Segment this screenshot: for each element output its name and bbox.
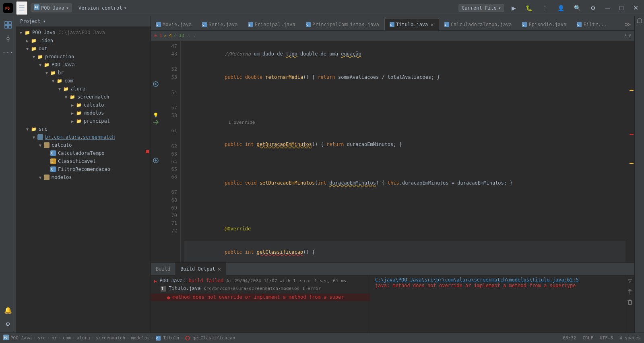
- warning-scroll-marker-2: [630, 163, 634, 164]
- settings-button[interactable]: ⚙: [588, 4, 598, 12]
- tree-calculo-src[interactable]: ▼ calculo: [16, 141, 151, 149]
- tab-titulo-close[interactable]: ×: [430, 22, 433, 27]
- tab-principal[interactable]: C Principal.java: [243, 18, 301, 30]
- build-output-close[interactable]: ×: [218, 266, 221, 272]
- run-button[interactable]: ▶: [509, 4, 518, 12]
- implement-gutter-icon[interactable]: [153, 81, 159, 88]
- build-scroll-button[interactable]: [626, 288, 634, 296]
- tree-principal-out[interactable]: ▶ 📁 principal: [16, 117, 151, 125]
- build-item-1-content: POO Java: build failed At 29/04/2024 11:…: [159, 278, 367, 283]
- more-tools-button[interactable]: ···: [2, 47, 14, 58]
- tree-calculo-out[interactable]: ▶ 📁 calculo: [16, 101, 151, 109]
- tab-titulo[interactable]: C Titulo.java ×: [384, 18, 439, 30]
- idea-arrow: ▶: [24, 37, 31, 44]
- tab-overflow-button[interactable]: ≫: [621, 18, 634, 30]
- bulb-icon[interactable]: 💡: [153, 113, 159, 118]
- code-line-empty1: [184, 89, 625, 97]
- minimize-button[interactable]: ─: [603, 4, 612, 12]
- project-panel-arrow: ▾: [43, 18, 46, 24]
- build-filter-button[interactable]: [626, 277, 634, 285]
- scroll-down-icon[interactable]: ∨: [628, 33, 631, 38]
- calculo-out-arrow: ▶: [69, 102, 76, 108]
- tree-out[interactable]: ▼ 📁 out: [16, 45, 151, 53]
- code-line-47: //Retorna um dado de tipo double de uma …: [184, 43, 625, 66]
- build-trash-button[interactable]: [626, 298, 634, 306]
- build-left-panel: ▶ POO Java: build failed At 29/04/2024 1…: [151, 275, 370, 333]
- calculo-src-arrow: ▼: [37, 142, 43, 148]
- vcs-selector[interactable]: Version control ▾: [75, 4, 130, 12]
- charset[interactable]: UTF-8: [600, 335, 613, 341]
- more-button[interactable]: ⋮: [540, 4, 550, 12]
- tab-serie[interactable]: C Serie.java: [197, 18, 243, 30]
- project-panel: Project ▾ ▼ 📁 POO Java C:\java\POO Java …: [16, 16, 151, 333]
- indent[interactable]: 4 spaces: [619, 335, 641, 341]
- commit-tool-button[interactable]: [2, 33, 14, 44]
- tree-root[interactable]: ▼ 📁 POO Java C:\java\POO Java: [16, 29, 151, 37]
- tree-package[interactable]: ▼ br.com.alura.screenmatch: [16, 133, 151, 141]
- build-file-link[interactable]: C:\java\POO Java\src\br\com\alura\screen…: [375, 277, 579, 283]
- run-config-label: Current File: [462, 5, 497, 11]
- scroll-up-icon[interactable]: ∧: [624, 33, 627, 38]
- tree-idea[interactable]: ▶ 📁 .idea: [16, 37, 151, 45]
- code-content[interactable]: //Retorna um dado de tipo double de uma …: [181, 41, 629, 262]
- bc-br[interactable]: br: [52, 335, 57, 341]
- com-arrow: ▼: [50, 78, 56, 84]
- bc-screenmatch[interactable]: screenmatch: [96, 335, 125, 341]
- tab-filtro[interactable]: C Filtr...: [572, 18, 612, 30]
- search-button[interactable]: 🔍: [572, 4, 583, 12]
- cursor-position[interactable]: 63:32: [563, 335, 576, 341]
- project-icon: PO: [34, 4, 39, 11]
- bottom-tab-bar: Build Build Output ×: [151, 263, 634, 275]
- gutter-57: [151, 88, 161, 96]
- modelos-out-label: modelos: [84, 110, 104, 116]
- bottom-tab-build[interactable]: Build: [151, 263, 175, 275]
- project-selector[interactable]: PO POO Java ▾: [31, 3, 72, 12]
- build-item-failed[interactable]: ▶ POO Java: build failed At 29/04/2024 1…: [151, 277, 370, 285]
- override-icon[interactable]: [153, 119, 159, 126]
- tree-com[interactable]: ▼ 📁 com: [16, 77, 151, 85]
- tab-filtro-label: Filtr...: [583, 22, 607, 27]
- bc-com[interactable]: com: [63, 335, 71, 341]
- line-ending[interactable]: CRLF: [582, 335, 593, 341]
- implement2-gutter-icon[interactable]: [153, 158, 159, 164]
- tab-movie[interactable]: C Movie.java: [151, 18, 197, 30]
- run-config-selector[interactable]: Current File ▾: [458, 4, 504, 12]
- notifications-panel-button[interactable]: [636, 18, 643, 25]
- tree-classificavel[interactable]: I Classificavel: [16, 157, 151, 165]
- gutter-70: [151, 173, 161, 180]
- bc-titulo[interactable]: C Titulo: [156, 335, 179, 341]
- profile-button[interactable]: 👤: [555, 4, 567, 12]
- project-tool-button[interactable]: [2, 19, 14, 31]
- tree-production[interactable]: ▼ 📁 production: [16, 53, 151, 61]
- tree-filtro-recomendacao[interactable]: C FiltroRecomendacao: [16, 165, 151, 173]
- hamburger-menu[interactable]: ☰: [16, 1, 27, 15]
- tab-episodio[interactable]: C Episodio.java: [517, 18, 572, 30]
- svg-text:C: C: [249, 23, 250, 27]
- tab-calculadora-tempo[interactable]: C CalculadoraTempo.java: [439, 18, 517, 30]
- bottom-tab-build-output[interactable]: Build Output ×: [175, 263, 226, 275]
- bc-root[interactable]: POO Java: [10, 335, 32, 341]
- com-label: com: [64, 78, 73, 84]
- maximize-button[interactable]: □: [617, 4, 626, 12]
- tree-alura[interactable]: ▼ 📁 alura: [16, 85, 151, 93]
- tree-poo-java-out[interactable]: ▼ 📁 POO Java: [16, 61, 151, 69]
- bc-src[interactable]: src: [38, 335, 46, 341]
- tree-modelos-out[interactable]: ▶ 📁 modelos: [16, 109, 151, 117]
- notifications-icon-button[interactable]: 🔔: [2, 304, 14, 316]
- bc-method[interactable]: ! getClassificacao: [185, 335, 235, 341]
- build-error-icon-1: ▶: [154, 278, 157, 284]
- bc-modelos[interactable]: modelos: [131, 335, 150, 341]
- bottom-tools-button[interactable]: ⚙: [2, 318, 14, 329]
- build-item-titulo[interactable]: T Titulo.java src/br/com/alura/screenmat…: [151, 285, 370, 294]
- tab-principal-com-listas[interactable]: C PrincipalComListas.java: [301, 18, 384, 30]
- tree-br[interactable]: ▼ 📁 br: [16, 69, 151, 77]
- gutter-65: [151, 134, 161, 142]
- tree-modelos-src[interactable]: ▼ modelos: [16, 173, 151, 181]
- bc-alura[interactable]: alura: [76, 335, 90, 341]
- tree-src[interactable]: ▼ 📁 src: [16, 125, 151, 133]
- build-item-error-detail[interactable]: ● method does not override or implement …: [151, 294, 370, 301]
- tree-calculadora-tempo[interactable]: C CalculadoraTempo: [16, 149, 151, 157]
- debug-button[interactable]: 🐛: [523, 4, 535, 12]
- tree-screenmatch[interactable]: ▼ 📁 screenmatch: [16, 93, 151, 101]
- close-button[interactable]: ✕: [631, 3, 641, 12]
